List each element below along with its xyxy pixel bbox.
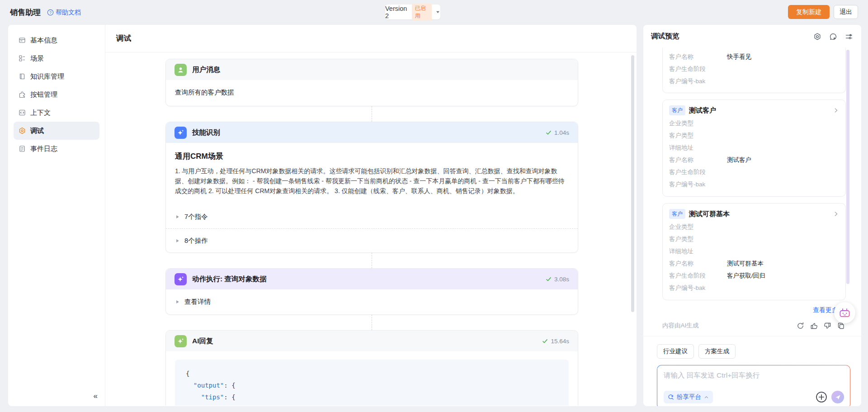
instructions-expander[interactable]: 7个指令 bbox=[166, 205, 578, 228]
sparkle-icon bbox=[175, 273, 187, 285]
preview-scrollbar[interactable] bbox=[846, 50, 849, 284]
thumbs-down-icon[interactable] bbox=[824, 322, 831, 330]
step-connector bbox=[372, 315, 372, 330]
chevron-down-icon bbox=[435, 9, 440, 14]
scene-description: 1. 与用户互动，处理任何与CRM对象数据相关的请求。这些请求可能包括识别和汇总… bbox=[175, 166, 569, 196]
field-row: 客户编号-bak bbox=[669, 282, 839, 294]
user-icon bbox=[175, 64, 187, 76]
search-refresh-icon bbox=[668, 394, 674, 400]
sidebar-item-event-log[interactable]: 事件日志 bbox=[14, 140, 99, 158]
field-row: 客户类型 bbox=[669, 129, 839, 142]
field-row: 企业类型 bbox=[669, 117, 839, 129]
thumbs-up-icon[interactable] bbox=[810, 322, 818, 330]
sidebar-item-button-management[interactable]: 按钮管理 bbox=[14, 85, 99, 104]
send-button[interactable] bbox=[831, 391, 844, 403]
view-more-link[interactable]: 查看更多 bbox=[662, 306, 845, 314]
field-row: 详细地址 bbox=[669, 142, 839, 154]
step-connector bbox=[372, 253, 372, 268]
version-selector[interactable]: Version 2 已启用 bbox=[385, 5, 440, 19]
sparkle-icon bbox=[175, 127, 187, 139]
view-details-expander[interactable]: 查看详情 bbox=[166, 289, 578, 314]
ai-result-area: 客户名称 快手看见 客户生命阶段 客户编号-bak 客户 测试客户 企业类型 客… bbox=[662, 48, 846, 314]
assistant-robot-button[interactable] bbox=[834, 302, 855, 323]
check-icon bbox=[542, 338, 548, 344]
divider bbox=[643, 336, 861, 336]
sidebar-item-knowledge-base[interactable]: 知识库管理 bbox=[14, 67, 99, 85]
action-execution-card: 动作执行: 查询对象数据 3.08s 查看详情 bbox=[165, 268, 578, 315]
ai-generated-note: 内容由AI生成 bbox=[662, 322, 698, 330]
field-row: 详细地址 bbox=[669, 245, 839, 257]
sparkle-icon bbox=[175, 335, 187, 347]
puzzle-icon bbox=[19, 91, 26, 98]
ai-reply-card: AI回复 15.64s { "output": { "tips": { "con… bbox=[165, 330, 578, 406]
field-row: 客户名称测试客户 bbox=[669, 154, 839, 166]
message-input[interactable] bbox=[664, 371, 844, 388]
caret-right-icon bbox=[175, 299, 180, 304]
main-scrollbar[interactable] bbox=[631, 55, 634, 312]
page-title: 调试 bbox=[105, 25, 637, 52]
debug-icon bbox=[19, 127, 26, 134]
sliders-icon[interactable] bbox=[845, 33, 853, 41]
record-card[interactable]: 客户 测试客户 企业类型 客户类型 详细地址 客户名称测试客户 客户生命阶段 客… bbox=[662, 99, 846, 197]
field-row: 客户编号-bak bbox=[669, 178, 839, 190]
code-block: { "output": { "tips": { "content": "已为您找… bbox=[175, 360, 569, 406]
sidebar-collapse-button[interactable]: « bbox=[94, 392, 98, 401]
help-doc-link[interactable]: ? 帮助文档 bbox=[47, 9, 81, 17]
record-card[interactable]: 客户 测试可群基本 企业类型 客户类型 详细地址 客户名称测试可群基本 客户生命… bbox=[662, 203, 846, 300]
sidebar-item-context[interactable]: 上下文 bbox=[14, 104, 99, 122]
chevron-right-icon bbox=[833, 211, 839, 217]
debug-preview-panel: 调试预览 客户名称 快手看见 客户生命阶段 客户编号-bak bbox=[643, 25, 861, 406]
field-row: 企业类型 bbox=[669, 221, 839, 233]
step-connector bbox=[372, 106, 372, 122]
help-icon: ? bbox=[47, 9, 54, 16]
field-row: 客户生命阶段 bbox=[669, 63, 839, 75]
app-title: 销售助理 bbox=[10, 7, 41, 18]
chip-industry-advice[interactable]: 行业建议 bbox=[657, 344, 694, 359]
user-message-text: 查询所有的客户数据 bbox=[175, 88, 569, 97]
duration-badge: 3.08s bbox=[546, 276, 569, 283]
add-attachment-button[interactable] bbox=[816, 391, 827, 403]
log-icon bbox=[19, 145, 26, 152]
sidebar-item-debug[interactable]: 调试 bbox=[14, 122, 99, 140]
svg-text:?: ? bbox=[49, 10, 52, 15]
user-message-card: 用户消息 查询所有的客户数据 bbox=[165, 59, 578, 106]
sidebar: 基本信息 场景 知识库管理 按钮管理 上下文 调试 事件日志 « bbox=[8, 25, 105, 406]
debug-main: 调试 用户消息 查询所有的客户数据 bbox=[105, 25, 637, 406]
skill-recognition-card: 技能识别 1.04s 通用CRM场景 1. 与用户互动，处理任何与CRM对象数据… bbox=[165, 122, 578, 253]
sidebar-item-scenes[interactable]: 场景 bbox=[14, 49, 99, 67]
card-title: AI回复 bbox=[192, 336, 213, 346]
caret-right-icon bbox=[175, 214, 180, 219]
operations-expander[interactable]: 8个操作 bbox=[166, 229, 578, 252]
field-row: 客户生命阶段 bbox=[669, 166, 839, 178]
field-row: 客户编号-bak bbox=[669, 75, 839, 87]
version-label: Version 2 bbox=[385, 5, 408, 19]
regenerate-icon[interactable] bbox=[797, 322, 804, 330]
duration-badge: 1.04s bbox=[546, 129, 569, 136]
preview-title: 调试预览 bbox=[651, 32, 679, 41]
object-type-badge: 客户 bbox=[669, 105, 685, 115]
suggestion-chips: 行业建议 方案生成 bbox=[657, 344, 861, 359]
workspace-panel: 基本信息 场景 知识库管理 按钮管理 上下文 调试 事件日志 « 调试 bbox=[8, 25, 637, 406]
message-input-box: 纷享平台 bbox=[657, 365, 850, 406]
caret-right-icon bbox=[175, 238, 180, 243]
sidebar-item-basic-info[interactable]: 基本信息 bbox=[14, 31, 99, 49]
debug-scroll-area: 用户消息 查询所有的客户数据 技能识别 bbox=[105, 52, 637, 406]
copy-create-button[interactable]: 复制新建 bbox=[788, 5, 830, 19]
field-row: 客户名称 快手看见 bbox=[669, 51, 839, 63]
check-icon bbox=[546, 276, 552, 282]
field-row: 客户类型 bbox=[669, 233, 839, 245]
object-type-badge: 客户 bbox=[669, 209, 685, 219]
new-chat-icon[interactable] bbox=[829, 33, 837, 41]
exit-button[interactable]: 退出 bbox=[834, 5, 858, 19]
platform-tag[interactable]: 纷享平台 bbox=[664, 391, 713, 403]
enabled-badge: 已启用 bbox=[412, 4, 432, 21]
code-icon bbox=[19, 109, 26, 116]
field-row: 客户生命阶段客户获取/回归 bbox=[669, 270, 839, 282]
record-card-partial[interactable]: 客户名称 快手看见 客户生命阶段 客户编号-bak bbox=[662, 48, 846, 93]
scene-title: 通用CRM场景 bbox=[175, 151, 569, 161]
card-title: 动作执行: 查询对象数据 bbox=[192, 275, 266, 284]
settings-nut-icon[interactable] bbox=[813, 33, 821, 41]
chip-plan-generate[interactable]: 方案生成 bbox=[698, 344, 736, 359]
ai-footer: 内容由AI生成 bbox=[662, 322, 845, 330]
duration-badge: 15.64s bbox=[542, 338, 569, 345]
